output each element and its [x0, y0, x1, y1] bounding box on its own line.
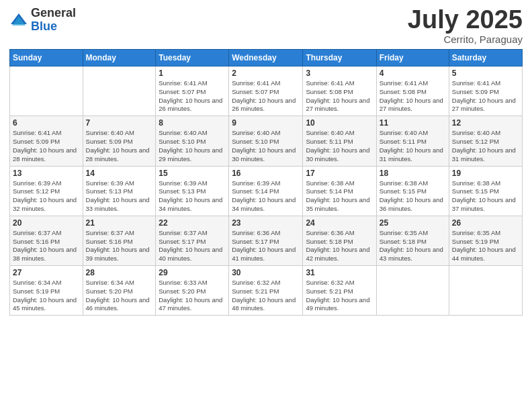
calendar-cell: 5Sunrise: 6:41 AM Sunset: 5:09 PM Daylig…: [449, 66, 522, 116]
day-info: Sunrise: 6:38 AM Sunset: 5:15 PM Dayligh…: [380, 179, 446, 214]
day-number: 22: [159, 218, 226, 228]
calendar-week-row: 20Sunrise: 6:37 AM Sunset: 5:16 PM Dayli…: [10, 216, 523, 265]
title-location: Cerrito, Paraguay: [408, 34, 523, 45]
day-info: Sunrise: 6:38 AM Sunset: 5:14 PM Dayligh…: [306, 179, 373, 214]
calendar-week-row: 13Sunrise: 6:39 AM Sunset: 5:12 PM Dayli…: [10, 166, 523, 216]
day-number: 8: [159, 118, 226, 128]
day-number: 21: [86, 218, 153, 228]
calendar-week-row: 6Sunrise: 6:41 AM Sunset: 5:09 PM Daylig…: [10, 116, 523, 166]
day-number: 9: [232, 118, 300, 128]
weekday-header-row: SundayMondayTuesdayWednesdayThursdayFrid…: [10, 50, 523, 66]
weekday-header-friday: Friday: [376, 50, 449, 66]
calendar-cell: [83, 66, 156, 116]
calendar-cell: 7Sunrise: 6:40 AM Sunset: 5:09 PM Daylig…: [83, 116, 156, 166]
day-number: 18: [380, 169, 446, 178]
logo-text: General Blue: [31, 7, 76, 34]
day-number: 7: [86, 118, 153, 128]
day-info: Sunrise: 6:37 AM Sunset: 5:17 PM Dayligh…: [159, 229, 226, 263]
day-info: Sunrise: 6:35 AM Sunset: 5:18 PM Dayligh…: [380, 229, 446, 263]
calendar-cell: 31Sunrise: 6:32 AM Sunset: 5:21 PM Dayli…: [303, 266, 376, 316]
page: General Blue July 2025 Cerrito, Paraguay…: [0, 0, 532, 411]
day-info: Sunrise: 6:34 AM Sunset: 5:20 PM Dayligh…: [86, 279, 153, 313]
day-number: 16: [232, 169, 300, 178]
calendar-cell: 18Sunrise: 6:38 AM Sunset: 5:15 PM Dayli…: [376, 166, 449, 216]
calendar-cell: [10, 66, 83, 116]
day-info: Sunrise: 6:37 AM Sunset: 5:16 PM Dayligh…: [86, 229, 153, 263]
calendar-cell: 26Sunrise: 6:35 AM Sunset: 5:19 PM Dayli…: [449, 216, 522, 265]
day-info: Sunrise: 6:41 AM Sunset: 5:08 PM Dayligh…: [306, 79, 373, 113]
day-number: 17: [306, 169, 373, 178]
calendar-cell: 14Sunrise: 6:39 AM Sunset: 5:13 PM Dayli…: [83, 166, 156, 216]
day-info: Sunrise: 6:34 AM Sunset: 5:19 PM Dayligh…: [13, 279, 80, 313]
calendar-cell: 29Sunrise: 6:33 AM Sunset: 5:20 PM Dayli…: [156, 266, 229, 316]
day-info: Sunrise: 6:36 AM Sunset: 5:17 PM Dayligh…: [232, 229, 300, 263]
day-info: Sunrise: 6:38 AM Sunset: 5:15 PM Dayligh…: [452, 179, 519, 214]
day-info: Sunrise: 6:33 AM Sunset: 5:20 PM Dayligh…: [159, 279, 226, 313]
calendar-cell: 12Sunrise: 6:40 AM Sunset: 5:12 PM Dayli…: [449, 116, 522, 166]
calendar-cell: 8Sunrise: 6:40 AM Sunset: 5:10 PM Daylig…: [156, 116, 229, 166]
calendar-cell: 17Sunrise: 6:38 AM Sunset: 5:14 PM Dayli…: [303, 166, 376, 216]
day-info: Sunrise: 6:39 AM Sunset: 5:13 PM Dayligh…: [159, 179, 226, 214]
day-info: Sunrise: 6:36 AM Sunset: 5:18 PM Dayligh…: [306, 229, 373, 263]
day-number: 20: [13, 218, 80, 228]
day-info: Sunrise: 6:40 AM Sunset: 5:09 PM Dayligh…: [86, 129, 153, 163]
logo-icon: [9, 11, 28, 30]
title-month-year: July 2025: [408, 7, 523, 32]
calendar-cell: 23Sunrise: 6:36 AM Sunset: 5:17 PM Dayli…: [229, 216, 303, 265]
logo-general: General: [31, 7, 76, 20]
day-number: 6: [13, 118, 80, 128]
day-info: Sunrise: 6:40 AM Sunset: 5:10 PM Dayligh…: [159, 129, 226, 163]
logo-blue: Blue: [31, 20, 76, 34]
day-number: 4: [380, 68, 446, 78]
day-number: 26: [452, 218, 519, 228]
day-number: 11: [380, 118, 446, 128]
calendar-cell: 22Sunrise: 6:37 AM Sunset: 5:17 PM Dayli…: [156, 216, 229, 265]
day-number: 19: [452, 169, 519, 178]
day-number: 29: [159, 268, 226, 277]
day-number: 15: [159, 169, 226, 178]
day-number: 5: [452, 68, 519, 78]
day-number: 10: [306, 118, 373, 128]
day-info: Sunrise: 6:41 AM Sunset: 5:09 PM Dayligh…: [13, 129, 80, 163]
weekday-header-monday: Monday: [83, 50, 156, 66]
calendar-cell: 25Sunrise: 6:35 AM Sunset: 5:18 PM Dayli…: [376, 216, 449, 265]
weekday-header-wednesday: Wednesday: [229, 50, 303, 66]
weekday-header-thursday: Thursday: [303, 50, 376, 66]
header: General Blue July 2025 Cerrito, Paraguay: [9, 7, 523, 45]
calendar-cell: 19Sunrise: 6:38 AM Sunset: 5:15 PM Dayli…: [449, 166, 522, 216]
calendar-cell: 16Sunrise: 6:39 AM Sunset: 5:14 PM Dayli…: [229, 166, 303, 216]
logo: General Blue: [9, 7, 76, 34]
calendar-cell: 15Sunrise: 6:39 AM Sunset: 5:13 PM Dayli…: [156, 166, 229, 216]
day-number: 3: [306, 68, 373, 78]
calendar-cell: [449, 266, 522, 316]
calendar-cell: 24Sunrise: 6:36 AM Sunset: 5:18 PM Dayli…: [303, 216, 376, 265]
calendar-cell: 11Sunrise: 6:40 AM Sunset: 5:11 PM Dayli…: [376, 116, 449, 166]
day-info: Sunrise: 6:39 AM Sunset: 5:13 PM Dayligh…: [86, 179, 153, 214]
day-info: Sunrise: 6:39 AM Sunset: 5:14 PM Dayligh…: [232, 179, 300, 214]
calendar-cell: 27Sunrise: 6:34 AM Sunset: 5:19 PM Dayli…: [10, 266, 83, 316]
weekday-header-tuesday: Tuesday: [156, 50, 229, 66]
day-info: Sunrise: 6:35 AM Sunset: 5:19 PM Dayligh…: [452, 229, 519, 263]
day-info: Sunrise: 6:41 AM Sunset: 5:07 PM Dayligh…: [232, 79, 300, 113]
day-info: Sunrise: 6:41 AM Sunset: 5:07 PM Dayligh…: [159, 79, 226, 113]
calendar-cell: 10Sunrise: 6:40 AM Sunset: 5:11 PM Dayli…: [303, 116, 376, 166]
calendar-cell: 9Sunrise: 6:40 AM Sunset: 5:10 PM Daylig…: [229, 116, 303, 166]
calendar-cell: 6Sunrise: 6:41 AM Sunset: 5:09 PM Daylig…: [10, 116, 83, 166]
title-block: July 2025 Cerrito, Paraguay: [408, 7, 523, 45]
day-info: Sunrise: 6:41 AM Sunset: 5:08 PM Dayligh…: [380, 79, 446, 113]
calendar-week-row: 27Sunrise: 6:34 AM Sunset: 5:19 PM Dayli…: [10, 266, 523, 316]
day-number: 24: [306, 218, 373, 228]
day-info: Sunrise: 6:32 AM Sunset: 5:21 PM Dayligh…: [232, 279, 300, 313]
day-number: 12: [452, 118, 519, 128]
calendar-cell: 13Sunrise: 6:39 AM Sunset: 5:12 PM Dayli…: [10, 166, 83, 216]
day-number: 27: [13, 268, 80, 277]
day-number: 1: [159, 68, 226, 78]
day-info: Sunrise: 6:40 AM Sunset: 5:10 PM Dayligh…: [232, 129, 300, 163]
weekday-header-saturday: Saturday: [449, 50, 522, 66]
day-number: 31: [306, 268, 373, 277]
calendar-cell: 4Sunrise: 6:41 AM Sunset: 5:08 PM Daylig…: [376, 66, 449, 116]
calendar-cell: 2Sunrise: 6:41 AM Sunset: 5:07 PM Daylig…: [229, 66, 303, 116]
calendar-cell: 1Sunrise: 6:41 AM Sunset: 5:07 PM Daylig…: [156, 66, 229, 116]
calendar-cell: 3Sunrise: 6:41 AM Sunset: 5:08 PM Daylig…: [303, 66, 376, 116]
calendar-table: SundayMondayTuesdayWednesdayThursdayFrid…: [9, 49, 523, 316]
